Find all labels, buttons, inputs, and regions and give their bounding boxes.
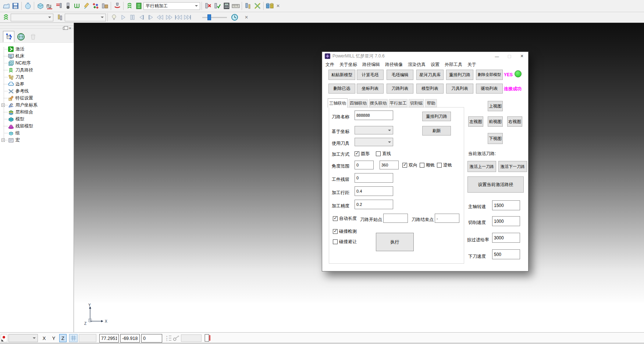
probe-icon[interactable] (173, 335, 179, 341)
toolpath-list-button[interactable]: 刀路列表 (387, 84, 413, 94)
grid-toggle-button[interactable] (69, 334, 78, 342)
ruler-icon[interactable] (231, 1, 240, 11)
circular-checkbox[interactable]: 圆形 (355, 151, 370, 157)
angle-to-input[interactable] (380, 161, 399, 169)
view-front-button[interactable]: 前视图 (488, 116, 503, 127)
tree-item-tools[interactable]: 刀具 (0, 74, 74, 81)
menu-render-sim[interactable]: 渲染仿真 (405, 60, 428, 69)
calculator-icon[interactable] (222, 1, 231, 11)
checkbox-icon[interactable] (437, 163, 442, 168)
menu-about[interactable]: 关于 (465, 60, 479, 69)
tree-item-macros[interactable]: +宏 (0, 137, 74, 144)
toolpath-split-icon[interactable] (253, 1, 262, 11)
pencil-draw-icon[interactable] (82, 1, 91, 11)
go-start-icon[interactable] (174, 13, 183, 22)
play-icon[interactable] (118, 13, 128, 22)
clock-icon[interactable] (230, 13, 239, 22)
view-bottom-button[interactable]: 下视图 (488, 133, 503, 144)
menu-external-tools[interactable]: 外部工具 (442, 60, 465, 69)
tree-item-feature-sets[interactable]: 特征设置 (0, 95, 74, 102)
tree-item-patterns[interactable]: 参考线 (0, 88, 74, 95)
save-project-icon[interactable] (11, 1, 20, 11)
coord-list-button[interactable]: 坐标列表 (357, 84, 384, 94)
dialog-titlebar[interactable]: PowerMILL 忆梦星河 7.0.6 — ▢ ✕ (322, 52, 528, 60)
bidirectional-checkbox[interactable]: 双向 (402, 162, 417, 168)
go-end-icon[interactable] (183, 13, 192, 22)
sim-speed-slider[interactable] (202, 14, 227, 21)
step-forward-icon[interactable] (146, 13, 155, 22)
verify-toolpath-icon[interactable] (213, 1, 222, 11)
tab-web[interactable] (15, 31, 26, 42)
tool-pair-icon[interactable] (243, 1, 253, 11)
checkbox-icon[interactable] (376, 151, 381, 156)
pause-icon[interactable] (128, 13, 137, 22)
rearrange-toolpath-button[interactable]: 重排列刀路 (446, 70, 473, 80)
tab-explorer-tree[interactable] (3, 31, 14, 42)
tab-parallel[interactable]: 平行加工 (389, 99, 408, 107)
paste-model-button[interactable]: 粘贴新模型 (328, 70, 355, 80)
fast-forward-icon[interactable] (164, 13, 174, 22)
tree-item-machine[interactable]: 机床 (0, 53, 74, 60)
tree-item-models[interactable]: 模型 (0, 116, 74, 123)
tree-item-stock-models[interactable]: 残留模型 (0, 123, 74, 130)
use-tool-combo[interactable] (355, 138, 393, 146)
block-icon[interactable] (36, 1, 45, 11)
view-top-button[interactable]: 上视图 (488, 101, 503, 111)
close-button[interactable]: ✕ (516, 52, 528, 60)
delete-all-models-button[interactable]: 删除全部模型 (476, 70, 503, 80)
points-icon[interactable] (91, 1, 100, 11)
checkbox-icon[interactable] (420, 163, 424, 168)
activate-next-button[interactable]: 激活下一刀路 (498, 161, 527, 172)
ball-tool-icon[interactable] (63, 1, 72, 11)
active-toolpath-icon[interactable] (125, 1, 134, 11)
clipboard-doc-icon[interactable] (204, 334, 210, 342)
climb-mill-checkbox[interactable]: 顺铣 (420, 162, 435, 168)
step-back-icon[interactable] (137, 13, 146, 22)
stepover-input[interactable] (355, 186, 393, 196)
panel-float-icon[interactable] (63, 27, 67, 30)
axis-x-button[interactable]: X (40, 334, 48, 342)
pattern-toolpath-icon[interactable] (54, 1, 63, 11)
sim-toolpath-combo[interactable] (11, 14, 53, 21)
calc-stock-button[interactable]: 计算毛坯 (357, 70, 384, 80)
maximize-button[interactable]: ▢ (503, 52, 516, 60)
checkbox-icon[interactable] (355, 151, 359, 156)
rewind-icon[interactable] (155, 13, 164, 22)
toolpath-name-input[interactable] (355, 110, 393, 120)
start-point-input[interactable] (383, 214, 408, 223)
tool-list-button[interactable]: 刀具列表 (446, 84, 473, 94)
expand-icon[interactable]: + (1, 103, 5, 107)
conventional-mill-checkbox[interactable]: 逆铣 (437, 162, 452, 168)
activate-prev-button[interactable]: 激活上一刀路 (467, 161, 496, 172)
tree-item-toolpaths[interactable]: 刀具路径 (0, 67, 74, 74)
checkbox-icon[interactable] (333, 216, 338, 221)
based-coord-combo[interactable] (355, 126, 393, 134)
delete-selected-button[interactable]: 删除已选 (328, 84, 355, 94)
checkbox-icon[interactable] (333, 229, 338, 234)
open-project-icon[interactable] (1, 1, 11, 11)
edit-stock-button[interactable]: 毛坯编辑 (387, 70, 413, 80)
strategy-list-icon[interactable] (134, 1, 143, 11)
end-point-input[interactable] (435, 214, 459, 223)
view-flag-button[interactable] (1, 334, 7, 342)
angle-from-input[interactable] (355, 161, 374, 169)
axis-z-button[interactable]: Z (59, 334, 67, 342)
shaded-view-icon[interactable] (23, 1, 32, 11)
coord-x-field[interactable] (99, 334, 119, 343)
skim-feed-input[interactable] (492, 233, 520, 243)
tree-item-groups[interactable]: 组 (0, 130, 74, 137)
drive-list-button[interactable]: 驱动列表 (476, 84, 503, 94)
nc-cylinders-icon[interactable] (265, 1, 274, 11)
tool-block-icon[interactable] (100, 1, 109, 11)
menu-coords[interactable]: 关于坐标 (337, 60, 360, 69)
delete-toolpath-icon[interactable] (203, 1, 213, 11)
coord-z-field[interactable] (141, 334, 162, 343)
axis-y-button[interactable]: Y (50, 334, 57, 342)
expand-icon[interactable]: + (1, 138, 5, 142)
cutting-speed-input[interactable] (492, 216, 520, 226)
tab-help[interactable]: 帮助 (425, 99, 437, 107)
tree-item-activate[interactable]: 激活 (0, 46, 74, 53)
tree-item-boundaries[interactable]: 边界 (0, 81, 74, 88)
toolbar-close-icon[interactable]: ✕ (274, 2, 282, 10)
tool-holder-icon[interactable] (113, 1, 122, 11)
